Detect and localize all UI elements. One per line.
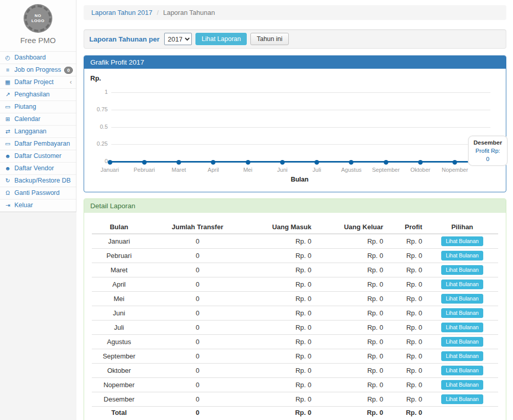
cell-jumlah_transfer: 0 [146, 335, 249, 349]
breadcrumb-separator: / [157, 9, 159, 16]
brand-name: Free PMO [0, 32, 76, 49]
cell-uang_masuk: Rp. 0 [249, 306, 315, 321]
sidebar-item-piutang[interactable]: ▭Piutang [0, 101, 76, 113]
cell-jumlah_transfer: 0 [146, 378, 249, 392]
cell-actions: Lihat Bulanan [426, 335, 498, 349]
data-point-juli[interactable] [314, 160, 319, 165]
logo-area: NO LOGO Free PMO [0, 0, 76, 51]
detail-report-panel: Detail Laporan BulanJumlah TransferUang … [84, 198, 506, 420]
view-monthly-button[interactable]: Lihat Bulanan [441, 236, 483, 246]
table-rows: Januari0Rp. 0Rp. 0Rp. 0Lihat BulananPebr… [92, 234, 498, 418]
cell-uang_keluar: Rp. 0 [315, 321, 387, 335]
cell-profit: Rp. 0 [387, 277, 426, 292]
sidebar-item-calendar[interactable]: ⊞Calendar [0, 113, 76, 126]
cell-bulan: Agustus [92, 335, 146, 349]
cell-profit: Rp. 0 [387, 321, 426, 335]
cell-uang_keluar: Rp. 0 [315, 378, 387, 392]
sidebar-item-label: Daftar Project [14, 78, 53, 86]
sidebar-item-ganti-password[interactable]: ΩGanti Password [0, 187, 76, 199]
y-tick-label: 1 [88, 89, 108, 95]
column-header-bulan: Bulan [92, 221, 146, 234]
sidebar-item-langganan[interactable]: ⇄Langganan [0, 126, 76, 138]
sidebar-item-label: Backup/Restore DB [14, 177, 71, 185]
sidebar-item-backup-restore-db[interactable]: ↻Backup/Restore DB [0, 175, 76, 187]
cell-uang_keluar: Rp. 0 [315, 249, 387, 263]
cell-uang_masuk: Rp. 0 [249, 321, 315, 335]
view-report-button[interactable]: Lihat Laporan [195, 33, 247, 45]
data-point-maret[interactable] [176, 160, 181, 165]
sidebar-item-daftar-vendor[interactable]: ☻Daftar Vendor [0, 163, 76, 175]
cell-actions: Lihat Bulanan [426, 277, 498, 292]
sidebar-item-dashboard[interactable]: ◴Dashboard [0, 52, 76, 64]
sidebar-menu: ◴Dashboard≡Job on Progress0▦Daftar Proje… [0, 51, 76, 212]
cell-uang_masuk: Rp. 0 [249, 392, 315, 407]
view-monthly-button[interactable]: Lihat Bulanan [441, 265, 483, 275]
data-point-januari[interactable] [108, 160, 112, 165]
cell-profit: Rp. 0 [387, 234, 426, 249]
data-point-nopember[interactable] [452, 160, 457, 165]
profit-chart-panel: Grafik Profit 2017 Rp.00.250.50.751Janua… [84, 55, 506, 192]
breadcrumb-current: Laporan Tahunan [163, 9, 215, 16]
report-table-wrap: BulanJumlah TransferUang MasukUang Kelua… [84, 213, 506, 420]
sidebar-item-label: Ganti Password [14, 189, 60, 197]
column-header-uk: Uang Keluar [315, 221, 387, 234]
sidebar-item-job-on-progress[interactable]: ≡Job on Progress0 [0, 64, 76, 76]
cell-jumlah_transfer: 0 [146, 306, 249, 321]
main-content: Laporan Tahun 2017 / Laporan Tahunan Lap… [76, 0, 513, 420]
y-axis-label: Rp. [90, 74, 101, 82]
view-monthly-button[interactable]: Lihat Bulanan [441, 279, 483, 289]
cell-uang_masuk: Rp. 0 [249, 378, 315, 392]
cell-profit: Rp. 0 [387, 292, 426, 306]
view-monthly-button[interactable]: Lihat Bulanan [441, 394, 483, 404]
data-point-oktober[interactable] [418, 160, 423, 165]
sidebar-item-daftar-customer[interactable]: ☻Daftar Customer [0, 150, 76, 163]
view-monthly-button[interactable]: Lihat Bulanan [441, 337, 483, 347]
cell-uang_keluar: Rp. 0 [315, 292, 387, 306]
view-monthly-button[interactable]: Lihat Bulanan [441, 251, 483, 261]
cell-uang_masuk: Rp. 0 [249, 292, 315, 306]
table-row-nopember: Nopember0Rp. 0Rp. 0Rp. 0Lihat Bulanan [92, 378, 498, 392]
cell-bulan: September [92, 349, 146, 364]
sidebar-item-label: Langganan [14, 128, 47, 135]
cell-bulan: Total [92, 407, 146, 419]
cell-profit: Rp. 0 [387, 349, 426, 364]
data-point-april[interactable] [211, 160, 215, 165]
sidebar-item-penghasilan[interactable]: ↗Penghasilan [0, 89, 76, 101]
money-icon: ▭ [4, 140, 11, 148]
cell-jumlah_transfer: 0 [146, 263, 249, 277]
retweet-icon: ⇄ [4, 128, 11, 135]
view-monthly-button[interactable]: Lihat Bulanan [441, 308, 483, 318]
chart-body: Rp.00.250.50.751JanuariPebruariMaretApri… [84, 69, 506, 192]
data-point-juni[interactable] [280, 160, 285, 165]
data-point-mei[interactable] [246, 160, 250, 165]
detail-panel-title: Detail Laporan [84, 199, 506, 213]
cell-actions: Lihat Bulanan [426, 364, 498, 378]
view-monthly-button[interactable]: Lihat Bulanan [441, 294, 483, 304]
cell-actions: Lihat Bulanan [426, 306, 498, 321]
y-tick-label: 0.25 [88, 141, 108, 147]
cell-profit: Rp. 0 [387, 378, 426, 392]
cell-uang_keluar: Rp. 0 [315, 392, 387, 407]
cell-bulan: Januari [92, 234, 146, 249]
line-chart-icon: ↗ [4, 91, 11, 98]
data-point-agustus[interactable] [349, 160, 353, 165]
breadcrumb-link-laporan-tahun[interactable]: Laporan Tahun 2017 [91, 9, 152, 16]
view-monthly-button[interactable]: Lihat Bulanan [441, 351, 483, 361]
sidebar-item-label: Penghasilan [14, 91, 50, 98]
sidebar-item-keluar[interactable]: ⇥Keluar [0, 199, 76, 212]
tooltip-month: Desember [473, 138, 502, 147]
users-icon: ☻ [4, 152, 11, 160]
view-monthly-button[interactable]: Lihat Bulanan [441, 366, 483, 375]
table-row-desember: Desember0Rp. 0Rp. 0Rp. 0Lihat Bulanan [92, 392, 498, 407]
view-monthly-button[interactable]: Lihat Bulanan [441, 380, 483, 390]
data-point-september[interactable] [384, 160, 388, 165]
this-year-button[interactable]: Tahun ini [250, 33, 288, 45]
sidebar-item-daftar-project[interactable]: ▦Daftar Project‹ [0, 76, 76, 89]
year-select[interactable]: 2017 [164, 33, 192, 45]
data-point-pebruari[interactable] [142, 160, 147, 165]
cell-profit: Rp. 0 [387, 335, 426, 349]
cell-profit: Rp. 0 [387, 364, 426, 378]
sidebar-item-daftar-pembayaran[interactable]: ▭Daftar Pembayaran [0, 138, 76, 150]
gridline [111, 110, 490, 110]
view-monthly-button[interactable]: Lihat Bulanan [441, 323, 483, 332]
